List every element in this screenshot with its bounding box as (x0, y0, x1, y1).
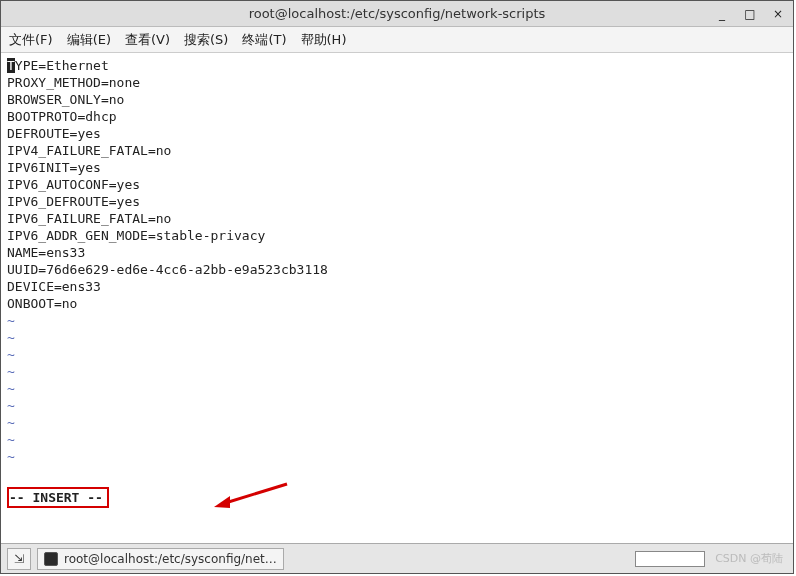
empty-line-tilde: ~ (7, 397, 787, 414)
empty-line-tilde: ~ (7, 363, 787, 380)
menu-edit[interactable]: 编辑(E) (67, 31, 111, 49)
file-line: IPV4_FAILURE_FATAL=no (7, 142, 787, 159)
file-line: IPV6_FAILURE_FATAL=no (7, 210, 787, 227)
menu-view[interactable]: 查看(V) (125, 31, 170, 49)
window-title: root@localhost:/etc/sysconfig/network-sc… (1, 6, 793, 21)
file-line: ONBOOT=no (7, 295, 787, 312)
menu-help[interactable]: 帮助(H) (301, 31, 347, 49)
menu-search[interactable]: 搜索(S) (184, 31, 228, 49)
file-line-text: YPE=Ethernet (15, 58, 109, 73)
status-line: -- INSERT -- (7, 465, 787, 529)
file-line: PROXY_METHOD=none (7, 74, 787, 91)
empty-line-tilde: ~ (7, 431, 787, 448)
empty-line-tilde: ~ (7, 448, 787, 465)
title-bar[interactable]: root@localhost:/etc/sysconfig/network-sc… (1, 1, 793, 27)
file-line: NAME=ens33 (7, 244, 787, 261)
file-line: IPV6_DEFROUTE=yes (7, 193, 787, 210)
menu-terminal[interactable]: 终端(T) (242, 31, 286, 49)
file-line: DEVICE=ens33 (7, 278, 787, 295)
terminal-area[interactable]: TYPE=Ethernet PROXY_METHOD=none BROWSER_… (1, 53, 793, 543)
terminal-icon (44, 552, 58, 566)
taskbar-app-button[interactable]: root@localhost:/etc/sysconfig/net… (37, 548, 284, 570)
show-desktop-icon: ⇲ (14, 552, 24, 566)
vim-mode-indicator: -- INSERT -- (7, 487, 109, 508)
text-cursor: T (7, 58, 15, 73)
taskbar-tray-box[interactable] (635, 551, 705, 567)
empty-line-tilde: ~ (7, 329, 787, 346)
taskbar: ⇲ root@localhost:/etc/sysconfig/net… CSD… (1, 543, 793, 573)
menu-file[interactable]: 文件(F) (9, 31, 53, 49)
file-line: DEFROUTE=yes (7, 125, 787, 142)
file-line: TYPE=Ethernet (7, 57, 787, 74)
taskbar-app-label: root@localhost:/etc/sysconfig/net… (64, 552, 277, 566)
file-line: IPV6INIT=yes (7, 159, 787, 176)
annotation-arrow-icon (149, 465, 292, 529)
file-line: UUID=76d6e629-ed6e-4cc6-a2bb-e9a523cb311… (7, 261, 787, 278)
menu-bar: 文件(F) 编辑(E) 查看(V) 搜索(S) 终端(T) 帮助(H) (1, 27, 793, 53)
empty-line-tilde: ~ (7, 346, 787, 363)
empty-line-tilde: ~ (7, 312, 787, 329)
svg-marker-1 (214, 496, 230, 508)
file-line: BOOTPROTO=dhcp (7, 108, 787, 125)
empty-line-tilde: ~ (7, 414, 787, 431)
file-line: IPV6_AUTOCONF=yes (7, 176, 787, 193)
empty-line-tilde: ~ (7, 380, 787, 397)
app-window: root@localhost:/etc/sysconfig/network-sc… (0, 0, 794, 574)
show-desktop-button[interactable]: ⇲ (7, 548, 31, 570)
file-line: BROWSER_ONLY=no (7, 91, 787, 108)
watermark-text: CSDN @荀陆 (711, 551, 787, 566)
svg-line-0 (222, 484, 287, 504)
file-line: IPV6_ADDR_GEN_MODE=stable-privacy (7, 227, 787, 244)
